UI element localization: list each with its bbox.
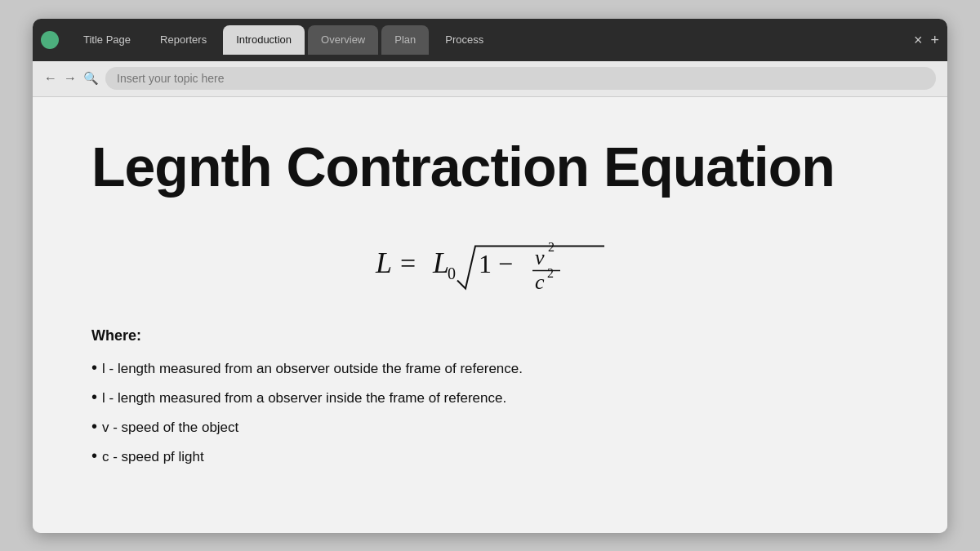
tab-reporters[interactable]: Reporters	[147, 25, 220, 55]
bullet-list: l - length measured from an observer out…	[91, 359, 889, 465]
equation-container: L = L 0 1 − v 2 c 2	[91, 220, 889, 301]
tab-introduction[interactable]: Introduction	[223, 25, 305, 55]
address-bar: ← → 🔍	[33, 61, 947, 97]
bullet-item-l-inside: l - length measured from a observer insi…	[91, 389, 889, 407]
svg-text:0: 0	[448, 264, 456, 282]
bullet-item-c: c - speed pf light	[91, 447, 889, 465]
forward-button[interactable]: →	[64, 71, 77, 86]
svg-text:L: L	[375, 247, 392, 279]
browser-window: Title Page Reporters Introduction Overvi…	[33, 19, 947, 533]
add-tab-button[interactable]: +	[930, 33, 939, 47]
where-label: Where:	[91, 327, 889, 344]
svg-text:c: c	[535, 270, 545, 294]
svg-text:2: 2	[547, 266, 554, 280]
tab-plan[interactable]: Plan	[381, 25, 429, 55]
svg-text:L: L	[432, 247, 449, 279]
address-input[interactable]	[105, 67, 936, 90]
content-area: Legnth Contraction Equation L = L 0 1 −	[33, 97, 947, 533]
equation-svg: L = L 0 1 − v 2 c 2	[351, 220, 629, 301]
svg-text:=: =	[400, 248, 416, 278]
tab-actions: × +	[914, 33, 939, 47]
bullet-item-v: v - speed of the object	[91, 418, 889, 436]
svg-text:2: 2	[548, 240, 555, 254]
search-icon: 🔍	[83, 71, 99, 86]
tab-bar: Title Page Reporters Introduction Overvi…	[33, 19, 947, 61]
close-tab-button[interactable]: ×	[914, 33, 923, 47]
back-button[interactable]: ←	[44, 71, 57, 86]
svg-text:v: v	[535, 246, 545, 269]
bullet-item-l-observer: l - length measured from an observer out…	[91, 359, 889, 377]
svg-text:1 −: 1 −	[479, 249, 513, 278]
page-title: Legnth Contraction Equation	[91, 136, 889, 198]
tab-title-page[interactable]: Title Page	[70, 25, 144, 55]
tab-process[interactable]: Process	[432, 25, 497, 55]
tab-overview[interactable]: Overview	[308, 25, 378, 55]
traffic-light-icon	[41, 31, 59, 49]
